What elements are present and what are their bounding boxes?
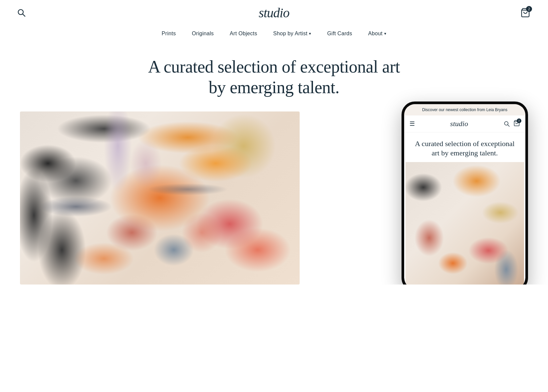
phone-artwork (406, 162, 524, 285)
nav-item-about[interactable]: About ▾ (368, 31, 387, 37)
chevron-down-icon: ▾ (309, 31, 311, 36)
svg-point-3 (504, 121, 508, 125)
hero-artwork (20, 111, 300, 285)
phone-cart-count: 2 (517, 118, 521, 123)
svg-line-1 (23, 14, 25, 17)
nav-item-art-objects[interactable]: Art Objects (230, 31, 257, 37)
phone-hero-text: A curated selection of exceptional art b… (404, 132, 525, 162)
phone-mockup: Discover our newest collection from Leia… (402, 101, 528, 285)
cart-button[interactable]: 2 (519, 6, 532, 19)
svg-point-0 (18, 10, 23, 15)
search-button[interactable] (16, 7, 27, 18)
phone-cart-button[interactable]: 2 (513, 120, 520, 128)
chevron-down-icon: ▾ (384, 31, 386, 36)
phone-header: ☰ studio (404, 115, 525, 132)
phone-logo: studio (450, 119, 468, 128)
phone-header-icons: 2 (503, 120, 520, 128)
cart-count: 2 (526, 6, 532, 12)
nav-item-gift-cards[interactable]: Gift Cards (327, 31, 352, 37)
nav-item-originals[interactable]: Originals (192, 31, 214, 37)
phone-screen: Discover our newest collection from Leia… (404, 104, 525, 285)
phone-search-icon[interactable] (503, 120, 510, 127)
hero-headline: A curated selection of exceptional art b… (141, 57, 407, 98)
site-header: studio 2 (0, 0, 548, 25)
phone-banner: Discover our newest collection from Leia… (404, 104, 525, 115)
hamburger-icon[interactable]: ☰ (410, 121, 415, 127)
nav-item-shop-by-artist[interactable]: Shop by Artist ▾ (273, 31, 311, 37)
hero-section: A curated selection of exceptional art b… (0, 43, 548, 285)
nav-item-prints[interactable]: Prints (162, 31, 176, 37)
svg-line-4 (508, 125, 509, 126)
site-logo[interactable]: studio (259, 5, 289, 21)
search-icon (17, 8, 26, 17)
main-nav: Prints Originals Art Objects Shop by Art… (0, 25, 548, 43)
hero-content: Discover our newest collection from Leia… (20, 111, 528, 285)
